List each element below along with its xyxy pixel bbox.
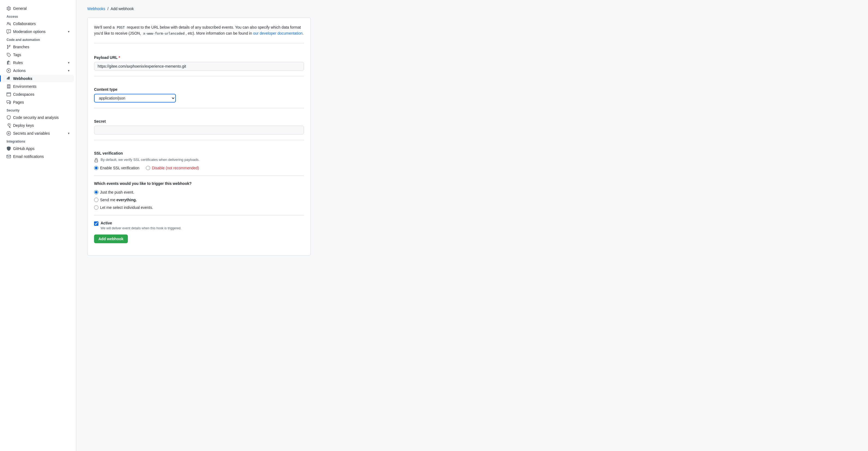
sidebar-item-collaborators-label: Collaborators bbox=[13, 22, 36, 26]
codespace-icon bbox=[6, 92, 11, 96]
ssl-description: By default, we verify SSL certificates w… bbox=[94, 158, 304, 162]
sidebar-item-secrets[interactable]: Secrets and variables ▾ bbox=[2, 129, 74, 137]
ssl-radio-group: Enable SSL verification Disable (not rec… bbox=[94, 166, 304, 170]
sidebar-item-email-notifications[interactable]: Email notifications bbox=[2, 153, 74, 160]
sidebar-item-webhooks[interactable]: Webhooks bbox=[2, 75, 74, 82]
breadcrumb-current: Add webhook bbox=[111, 6, 134, 11]
sidebar-item-email-notifications-label: Email notifications bbox=[13, 154, 44, 159]
developer-docs-link[interactable]: our developer documentation bbox=[253, 31, 302, 35]
gear-icon bbox=[6, 6, 11, 11]
ssl-enable-radio[interactable] bbox=[94, 166, 98, 170]
secret-label: Secret bbox=[94, 119, 304, 123]
ssl-disable-radio[interactable] bbox=[146, 166, 150, 170]
plus-circle-icon bbox=[6, 131, 11, 136]
sidebar-item-collaborators[interactable]: Collaborators bbox=[2, 20, 74, 28]
play-icon bbox=[6, 68, 11, 73]
active-option[interactable]: Active We will deliver event details whe… bbox=[94, 221, 304, 230]
active-section: Active We will deliver event details whe… bbox=[94, 215, 304, 249]
mail-icon bbox=[6, 154, 11, 159]
format-code: x-www-form-urlencoded bbox=[142, 31, 186, 36]
sidebar-item-deploy-keys-label: Deploy keys bbox=[13, 123, 34, 128]
ssl-section: SSL verification By default, we verify S… bbox=[94, 146, 304, 176]
rule-icon bbox=[6, 61, 11, 65]
required-star: * bbox=[119, 55, 120, 60]
event-everything-radio[interactable] bbox=[94, 198, 98, 202]
content-type-section: Content type application/json applicatio… bbox=[94, 82, 304, 108]
people-icon bbox=[6, 22, 11, 26]
sidebar-item-code-security[interactable]: Code security and analysis bbox=[2, 114, 74, 121]
event-individual-label: Let me select individual events. bbox=[100, 205, 153, 210]
shield-icon bbox=[6, 115, 11, 120]
add-webhook-form: We'll send a POST request to the URL bel… bbox=[87, 18, 311, 255]
sidebar-item-rules[interactable]: Rules ▾ bbox=[2, 59, 74, 66]
content-type-label: Content type bbox=[94, 87, 304, 92]
sidebar-item-github-apps[interactable]: GitHub Apps bbox=[2, 145, 74, 152]
event-push-option[interactable]: Just the push event. bbox=[94, 190, 304, 194]
breadcrumb-separator: / bbox=[107, 6, 108, 11]
sidebar-item-tags-label: Tags bbox=[13, 53, 21, 57]
secret-input[interactable] bbox=[94, 126, 304, 134]
content-type-select[interactable]: application/json application/x-www-form-… bbox=[94, 94, 176, 102]
event-everything-label: Send me everything. bbox=[100, 198, 137, 202]
post-code: POST bbox=[116, 25, 126, 30]
add-webhook-button[interactable]: Add webhook bbox=[94, 235, 128, 243]
event-individual-option[interactable]: Let me select individual events. bbox=[94, 205, 304, 210]
sidebar-item-environments[interactable]: Environments bbox=[2, 83, 74, 90]
sidebar-item-pages[interactable]: Pages bbox=[2, 98, 74, 106]
sidebar-item-codespaces[interactable]: Codespaces bbox=[2, 91, 74, 98]
main-content: Webhooks / Add webhook We'll send a POST… bbox=[76, 0, 322, 451]
sidebar-item-actions[interactable]: Actions ▾ bbox=[2, 67, 74, 74]
sidebar-item-deploy-keys[interactable]: Deploy keys bbox=[2, 122, 74, 129]
event-push-radio[interactable] bbox=[94, 190, 98, 194]
payload-url-input[interactable] bbox=[94, 62, 304, 71]
sidebar-item-branches[interactable]: Branches bbox=[2, 43, 74, 51]
event-everything-option[interactable]: Send me everything. bbox=[94, 198, 304, 202]
event-individual-radio[interactable] bbox=[94, 205, 98, 210]
form-description: We'll send a POST request to the URL bel… bbox=[94, 24, 304, 43]
active-description: We will deliver event details when this … bbox=[101, 226, 182, 230]
ssl-not-recommended: (not recommended) bbox=[166, 166, 199, 170]
sidebar-item-moderation-label: Moderation options bbox=[13, 29, 45, 34]
sidebar-item-branches-label: Branches bbox=[13, 45, 29, 49]
sidebar-item-rules-label: Rules bbox=[13, 61, 23, 65]
active-label: Active bbox=[101, 221, 182, 225]
sidebar-item-general[interactable]: General bbox=[2, 5, 74, 12]
events-section: Which events would you like to trigger t… bbox=[94, 176, 304, 215]
ssl-disable-option[interactable]: Disable (not recommended) bbox=[146, 166, 199, 170]
sidebar-item-codespaces-label: Codespaces bbox=[13, 92, 34, 96]
sidebar-item-actions-label: Actions bbox=[13, 68, 26, 73]
environment-icon bbox=[6, 84, 11, 89]
ssl-title: SSL verification bbox=[94, 151, 304, 155]
sidebar-section-security: Security bbox=[0, 106, 76, 114]
events-radio-group: Just the push event. Send me everything.… bbox=[94, 190, 304, 210]
lock-icon bbox=[94, 158, 98, 162]
breadcrumb: Webhooks / Add webhook bbox=[87, 6, 311, 11]
ssl-enable-label: Enable SSL verification bbox=[100, 166, 139, 170]
sidebar-item-secrets-label: Secrets and variables bbox=[13, 131, 50, 136]
ssl-enable-option[interactable]: Enable SSL verification bbox=[94, 166, 139, 170]
sidebar-item-tags[interactable]: Tags bbox=[2, 51, 74, 59]
sidebar-item-code-security-label: Code security and analysis bbox=[13, 115, 59, 120]
sidebar-item-webhooks-label: Webhooks bbox=[13, 77, 32, 81]
breadcrumb-webhooks-link[interactable]: Webhooks bbox=[87, 6, 105, 11]
sidebar-item-github-apps-label: GitHub Apps bbox=[13, 146, 35, 151]
pages-icon bbox=[6, 100, 11, 104]
apps-icon bbox=[6, 146, 11, 151]
key-icon bbox=[6, 123, 11, 128]
active-checkbox[interactable] bbox=[94, 221, 98, 226]
sidebar-item-moderation[interactable]: Moderation options ▾ bbox=[2, 28, 74, 35]
chevron-down-icon-actions: ▾ bbox=[68, 69, 69, 72]
tag-icon bbox=[6, 53, 11, 57]
sidebar-section-integrations: Integrations bbox=[0, 138, 76, 145]
webhook-icon bbox=[6, 77, 11, 81]
chevron-down-icon-secrets: ▾ bbox=[68, 131, 69, 135]
payload-url-label: Payload URL * bbox=[94, 55, 304, 60]
sidebar-item-environments-label: Environments bbox=[13, 84, 36, 89]
sidebar-item-pages-label: Pages bbox=[13, 100, 24, 104]
chevron-down-icon: ▾ bbox=[68, 30, 69, 34]
secret-section: Secret bbox=[94, 114, 304, 140]
sidebar-section-access: Access bbox=[0, 12, 76, 20]
branch-icon bbox=[6, 45, 11, 49]
event-push-label: Just the push event. bbox=[100, 190, 134, 194]
ssl-disable-label: Disable (not recommended) bbox=[152, 166, 199, 170]
